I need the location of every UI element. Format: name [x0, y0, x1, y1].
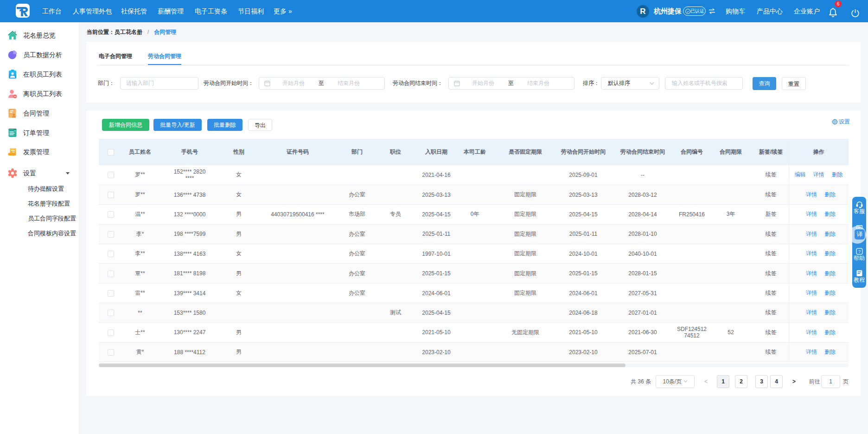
svg-text:?: ? [858, 249, 860, 254]
